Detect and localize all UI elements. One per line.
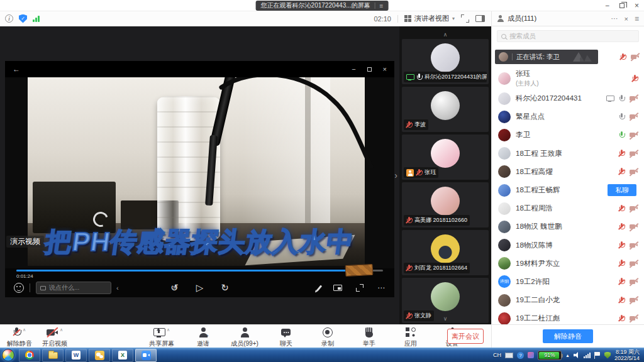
action-center-flag-icon[interactable]: × [594,352,601,359]
taskbar-excel[interactable]: X [112,349,133,362]
danmaku-input[interactable]: 说点什么... [36,282,111,294]
mic-muted-icon[interactable] [632,75,638,82]
panel-unmute-button[interactable]: 解除静音 [543,329,593,343]
restore-button[interactable] [619,3,625,8]
volume-icon[interactable] [574,352,580,358]
panel-close-button[interactable]: × [625,15,628,23]
player-fullscreen-icon[interactable] [356,284,364,292]
network-signal-icon[interactable] [33,15,40,22]
panel-menu-icon[interactable]: ≡ [635,14,639,23]
mic-white-icon[interactable] [416,74,422,81]
share-options-caret[interactable]: ∧ [167,327,170,332]
member-row[interactable]: 18物汉 魏世鹏 [492,217,644,236]
video-frame[interactable]: PP 021 演示视频 把PH传感器探头放入水中 [5,77,394,268]
camera-off-icon[interactable] [631,54,639,60]
video-thumbnail[interactable]: 张珏 [402,134,489,180]
collapse-input-button[interactable]: ‹ [116,284,119,292]
member-row[interactable]: 18物汉陈博 [492,236,644,255]
member-row[interactable]: 18工程 王致康 [492,145,644,163]
mic-gray-icon[interactable] [619,113,625,121]
meeting-security-icon[interactable]: ✓ [19,14,27,23]
sidebar-layout-button[interactable] [475,15,485,22]
keyboard-icon[interactable] [505,353,513,358]
speaking-banner[interactable]: 正在讲话: 李卫 [495,50,598,64]
collapse-thumbs-arrow[interactable]: › [394,170,397,180]
mic-muted-icon[interactable] [619,315,625,322]
mic-muted-icon[interactable] [619,241,625,249]
mic-muted-icon[interactable] [619,168,625,175]
taskbar-chrome[interactable] [19,349,40,362]
members-button[interactable]: 成员(99+) [230,327,259,348]
ime-icon[interactable] [528,352,534,358]
mic-muted-icon[interactable] [619,297,625,304]
invite-button[interactable]: + 邀请 [189,327,218,348]
taskbar-explorer[interactable] [42,349,64,362]
raise-hand-button[interactable]: 举手 [355,327,384,348]
taskbar-meeting-active[interactable] [135,349,157,362]
panel-more-button[interactable]: ⋯ [611,14,618,23]
video-thumbnail[interactable]: 科尔沁20172204431的屏幕.. [402,39,489,84]
member-row[interactable]: 李卫 [492,126,644,144]
video-options-caret[interactable]: ∧ [60,327,63,332]
member-row[interactable]: 19工二杜江彪 [492,309,644,324]
progress-track[interactable] [16,270,383,272]
mic-muted-icon[interactable] [619,278,625,285]
minimize-button[interactable]: − [605,3,609,9]
mic-muted-icon[interactable] [620,53,626,61]
meeting-info-icon[interactable]: i [5,14,13,23]
mic-gray-icon[interactable] [619,95,625,102]
cam-off-icon[interactable] [630,114,638,119]
cam-off-icon[interactable] [630,96,638,101]
member-row[interactable]: 18工程王畅辉私聊 [492,181,644,199]
mic-muted-icon[interactable] [619,260,625,267]
video-thumbnail[interactable]: 刘百龙 20181102664 [402,230,489,275]
member-row[interactable]: 繁星点点 [492,107,644,126]
screen-white-icon[interactable] [406,74,414,80]
unmute-button[interactable]: ∧ 解除静音 [5,327,34,348]
thumbs-scroll-up[interactable]: ∧ [399,33,491,38]
mic-muted-icon[interactable] [406,217,412,224]
mic-muted-icon[interactable] [406,121,412,129]
taskbar-clock[interactable]: 8:19 周六 2022/5/14 [614,349,641,361]
screen-icon[interactable] [606,96,614,102]
member-row[interactable]: 张珏(主持人) [492,68,644,89]
play-button[interactable]: ▷ [196,282,204,293]
cam-off-icon[interactable] [630,224,638,229]
apps-button[interactable]: 应用 [396,327,425,348]
cam-off-icon[interactable] [630,261,638,266]
shared-close-button[interactable]: × [383,65,387,73]
shared-minimize-button[interactable]: − [352,65,355,73]
member-row[interactable]: 18工程周浩 [492,199,644,217]
cam-off-icon[interactable] [630,315,638,321]
emoji-button[interactable] [14,283,24,293]
member-row[interactable]: 19工二白小龙 [492,291,644,309]
video-thumbnail[interactable]: 李波 [402,87,489,132]
view-mode-selector[interactable]: 演讲者视图 ▾ [404,14,455,23]
taskbar-word[interactable]: W [65,349,87,362]
share-screen-button[interactable]: ∧ 共享屏幕 [147,327,176,348]
start-button[interactable] [2,349,14,361]
mic-green-icon[interactable] [619,131,625,139]
member-row[interactable]: 18工程高燿 [492,163,644,181]
pip-icon[interactable] [333,285,342,291]
player-more-icon[interactable]: ⋯ [377,283,386,292]
mic-muted-icon[interactable] [619,150,625,157]
loop-button[interactable]: ↻♪ [221,282,229,293]
start-video-button[interactable]: ∧ 开启视频 [40,327,69,348]
cam-off-icon[interactable] [630,151,638,156]
cam-off-icon[interactable] [630,279,638,285]
search-input[interactable]: 搜索成员 [497,30,639,42]
antivirus-shield-icon[interactable] [604,352,611,359]
video-thumbnail[interactable]: 高美娜 20181102660 [402,182,489,228]
member-row[interactable]: 许阳19工2许阳 [492,273,644,291]
chat-button[interactable]: 聊天 [272,327,301,348]
battery-indicator[interactable]: 91% [538,351,562,360]
mic-muted-icon[interactable] [619,223,625,231]
fullscreen-button[interactable] [461,14,469,23]
network-icon[interactable] [584,352,591,358]
taskbar-wechat[interactable] [89,349,110,362]
member-row[interactable]: 科尔沁20172204431 [492,89,644,107]
mic-options-caret[interactable]: ∧ [23,327,26,332]
replay-10s-button[interactable]: ↺10 [170,282,179,293]
host-icon[interactable] [406,169,414,177]
